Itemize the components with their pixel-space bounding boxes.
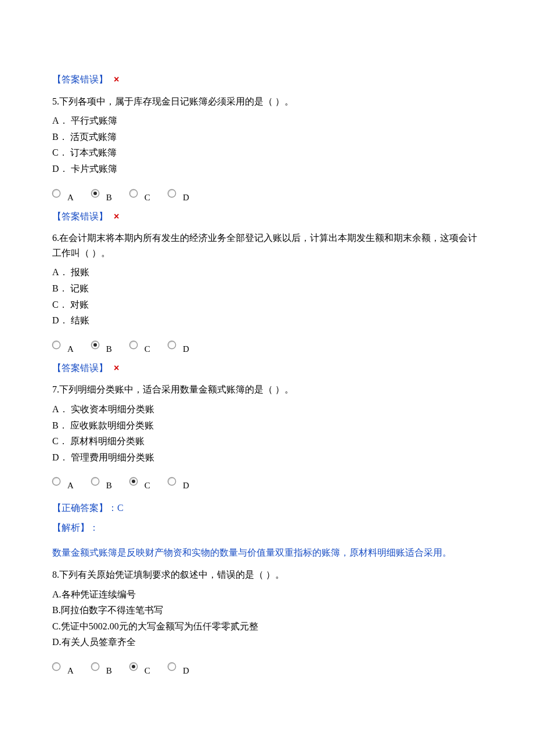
analysis-body: 数量金额式账簿是反映财产物资和实物的数量与价值量双重指标的账簿，原材料明细账适合… [52,545,483,560]
q5-opt-c: C． 订本式账簿 [52,145,483,160]
q6-opt-b: B． 记账 [52,281,483,296]
radio-label: B [106,664,112,678]
radio-icon [52,189,60,197]
radio-icon [129,663,138,671]
radio-icon [52,341,60,349]
question-6-text: 6.在会计期末将本期内所有发生的经济业务全部登记入账以后，计算出本期发生额和期末… [52,231,483,260]
radio-label: A [67,664,74,678]
radio-label: A [67,478,74,492]
q5-radio-c[interactable]: C [129,187,150,201]
q5-opt-b: B． 活页式账簿 [52,129,483,145]
radio-icon [129,189,138,197]
radio-label: A [67,190,74,204]
radio-icon [91,341,99,349]
radio-label: B [106,478,112,492]
answer-wrong-label: 【答案错误】 × [52,72,483,87]
correct-prefix: 【正确答案】： [52,503,117,513]
radio-label: C [145,342,150,356]
q8-radio-b[interactable]: B [91,660,112,674]
q8-opt-d: D.有关人员签章齐全 [52,635,483,650]
radio-label: D [183,342,189,356]
question-8-options: A.各种凭证连续编号 B.阿拉伯数字不得连笔书写 C.凭证中5002.00元的大… [52,587,483,650]
cross-icon: × [114,363,119,373]
question-6-options: A． 报账 B． 记账 C． 对账 D． 结账 [52,265,483,327]
question-5-text: 5.下列各项中，属于库存现金日记账簿必须采用的是（ ）。 [52,94,483,109]
q5-radio-a[interactable]: A [52,187,74,201]
wrong-text: 【答案错误】 [52,363,108,373]
q7-radio-row: A B C D [52,475,483,489]
question-7-text: 7.下列明细分类账中，适合采用数量金额式账簿的是（ ）。 [52,382,483,397]
q5-radio-row: A B C D [52,187,483,201]
analysis-label: 【解析】： [52,520,483,535]
q5-radio-b[interactable]: B [91,187,112,201]
q7-radio-c[interactable]: C [129,475,150,489]
radio-icon [129,341,138,349]
q8-radio-c[interactable]: C [129,660,150,674]
q5-opt-d: D． 卡片式账簿 [52,161,483,177]
q7-radio-a[interactable]: A [52,475,74,489]
radio-icon [168,341,176,349]
radio-icon [52,477,60,485]
q5-opt-a: A． 平行式账簿 [52,113,483,128]
radio-label: A [67,342,74,356]
answer-correct-label: 【正确答案】：C [52,501,483,516]
q6-opt-c: C． 对账 [52,297,483,312]
radio-icon [129,477,138,485]
cross-icon: × [114,74,119,84]
wrong-text: 【答案错误】 [52,74,108,84]
q8-radio-row: A B C D [52,660,483,674]
answer-wrong-label: 【答案错误】 × [52,209,483,224]
q8-radio-d[interactable]: D [168,660,189,674]
q6-radio-d[interactable]: D [168,339,189,352]
q5-radio-d[interactable]: D [168,187,189,201]
radio-label: B [106,342,112,356]
q6-opt-d: D． 结账 [52,313,483,328]
question-7-options: A． 实收资本明细分类账 B． 应收账款明细分类账 C． 原材料明细分类账 D．… [52,402,483,465]
radio-icon [168,189,176,197]
q7-opt-b: B． 应收账款明细分类账 [52,418,483,433]
q6-radio-row: A B C D [52,339,483,352]
question-5-options: A． 平行式账簿 B． 活页式账簿 C． 订本式账簿 D． 卡片式账簿 [52,113,483,176]
q6-radio-b[interactable]: B [91,339,112,352]
q7-radio-d[interactable]: D [168,475,189,489]
radio-label: C [145,478,150,492]
q8-opt-b: B.阿拉伯数字不得连笔书写 [52,603,483,618]
q7-opt-d: D． 管理费用明细分类账 [52,450,483,465]
radio-label: C [145,664,150,678]
answer-wrong-label: 【答案错误】 × [52,361,483,376]
q6-radio-c[interactable]: C [129,339,150,352]
cross-icon: × [114,211,119,221]
radio-icon [91,663,99,671]
q8-radio-a[interactable]: A [52,660,74,674]
q7-opt-a: A． 实收资本明细分类账 [52,402,483,417]
radio-label: C [145,190,150,204]
radio-icon [91,477,99,485]
radio-icon [168,663,176,671]
radio-label: D [183,478,189,492]
q7-radio-b[interactable]: B [91,475,112,489]
q7-opt-c: C． 原材料明细分类账 [52,434,483,449]
radio-label: B [106,190,112,204]
radio-label: D [183,190,189,204]
correct-letter: C [117,503,124,513]
q6-radio-a[interactable]: A [52,339,74,352]
radio-label: D [183,664,189,678]
q8-opt-c: C.凭证中5002.00元的大写金额写为伍仟零零贰元整 [52,619,483,634]
radio-icon [168,477,176,485]
question-8-text: 8.下列有关原始凭证填制要求的叙述中，错误的是（ ）。 [52,567,483,582]
q6-opt-a: A． 报账 [52,265,483,280]
radio-icon [52,663,60,671]
wrong-text: 【答案错误】 [52,211,108,221]
q8-opt-a: A.各种凭证连续编号 [52,587,483,602]
radio-icon [91,189,99,197]
